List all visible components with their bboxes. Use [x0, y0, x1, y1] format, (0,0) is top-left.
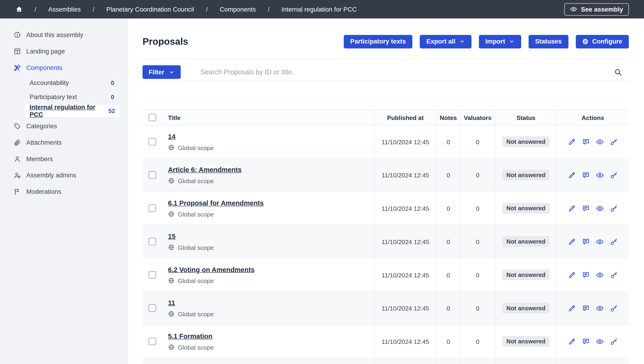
preview-icon[interactable]: [596, 338, 604, 346]
published-at-cell: 11/10/2024 12:45: [374, 192, 436, 225]
row-checkbox[interactable]: [148, 338, 156, 345]
globe-icon: [168, 177, 174, 184]
import-button[interactable]: Import: [479, 35, 521, 48]
proposal-title-link[interactable]: Article 6: Amendments: [168, 166, 242, 174]
table-header: Title Published at Notes Valuators Statu…: [142, 110, 629, 125]
sidebar-item-assembly-admins[interactable]: Assembly admins: [0, 167, 128, 184]
preview-icon[interactable]: [596, 138, 604, 146]
permissions-icon[interactable]: [610, 171, 618, 179]
breadcrumb-assemblies[interactable]: Assemblies: [48, 6, 81, 13]
search-icon[interactable]: [614, 68, 622, 76]
see-assembly-label: See assembly: [581, 6, 623, 13]
edit-icon[interactable]: [568, 271, 576, 279]
sidebar-subitem-label: Accountability: [30, 79, 69, 86]
chevron-down-icon: [509, 39, 514, 44]
sidebar-item-categories[interactable]: Categories: [0, 118, 128, 134]
table-row: 6.2 Voting on Amendments Global scope 11…: [142, 258, 629, 292]
row-checkbox[interactable]: [148, 271, 156, 278]
statuses-button[interactable]: Statuses: [528, 35, 568, 48]
preview-icon[interactable]: [596, 204, 604, 212]
participatory-texts-button[interactable]: Participatory texts: [344, 35, 412, 48]
actions-cell: [556, 325, 629, 358]
tools-icon: [14, 64, 21, 72]
answer-icon[interactable]: [582, 238, 590, 246]
scope-label: Global scope: [178, 144, 214, 151]
table-row: 5.1 Formation Global scope 11/10/2024 12…: [142, 325, 629, 358]
proposal-title-link[interactable]: 14: [168, 132, 176, 140]
permissions-icon[interactable]: [610, 304, 618, 312]
preview-icon[interactable]: [596, 171, 604, 179]
sidebar-subitem-participatory-text[interactable]: Participatory text 0: [0, 90, 128, 104]
status-cell: Not answered: [495, 125, 556, 158]
scope: Global scope: [168, 310, 374, 317]
header-published-at: Published at: [374, 110, 436, 125]
valuators-cell: 0: [460, 158, 495, 192]
actions-cell: [556, 358, 629, 364]
table-row: Article 6: Amendments Global scope 11/10…: [142, 158, 629, 192]
see-assembly-button[interactable]: See assembly: [564, 3, 629, 15]
permissions-icon[interactable]: [610, 271, 618, 279]
sidebar-item-landing-page[interactable]: Landing page: [0, 43, 128, 60]
scope-label: Global scope: [178, 277, 214, 284]
sidebar-item-members[interactable]: Members: [0, 151, 128, 167]
permissions-icon[interactable]: [610, 138, 618, 146]
proposals-table: Title Published at Notes Valuators Statu…: [142, 110, 629, 364]
preview-icon[interactable]: [596, 238, 604, 246]
breadcrumb-assembly-name[interactable]: Planetary Coordination Council: [106, 6, 194, 13]
proposal-title-link[interactable]: 15: [168, 232, 176, 240]
breadcrumb-components[interactable]: Components: [220, 6, 256, 13]
sidebar-item-label: Assembly admins: [26, 172, 76, 179]
sidebar-subitem-accountability[interactable]: Accountability 0: [0, 76, 128, 90]
row-checkbox[interactable]: [148, 205, 156, 212]
select-all-checkbox[interactable]: [148, 114, 156, 121]
home-icon[interactable]: [16, 6, 22, 13]
edit-icon[interactable]: [568, 138, 576, 146]
filter-button[interactable]: Filter: [142, 65, 181, 79]
row-checkbox[interactable]: [148, 171, 156, 179]
edit-icon[interactable]: [568, 204, 576, 212]
answer-icon[interactable]: [582, 304, 590, 312]
button-label: Statuses: [535, 38, 562, 45]
search-input[interactable]: [200, 68, 614, 76]
notes-cell: 0: [436, 258, 460, 291]
edit-icon[interactable]: [568, 338, 576, 346]
proposal-title-link[interactable]: 11: [168, 299, 175, 307]
sidebar-item-label: Members: [26, 155, 53, 163]
status-badge: Not answered: [502, 236, 550, 247]
edit-icon[interactable]: [568, 304, 576, 312]
proposal-title-link[interactable]: 5.1 Formation: [168, 332, 212, 340]
preview-icon[interactable]: [596, 271, 604, 279]
edit-icon[interactable]: [568, 171, 576, 179]
proposal-title-link[interactable]: 6.1 Proposal for Amendments: [168, 199, 264, 207]
sidebar-item-label: Landing page: [26, 48, 65, 55]
sidebar-item-about[interactable]: About this assembly: [0, 27, 128, 43]
sidebar-item-components[interactable]: Components: [0, 60, 128, 76]
sidebar-item-moderations[interactable]: Moderations: [0, 184, 128, 200]
sidebar: About this assembly Landing page Compone…: [0, 18, 128, 364]
configure-button[interactable]: ⚙ Configure: [576, 35, 629, 48]
sidebar-subitem-internal-regulation[interactable]: Internal regulation for PCC 52: [24, 105, 120, 117]
proposal-title-link[interactable]: 6.2 Voting on Amendments: [168, 266, 255, 274]
answer-icon[interactable]: [582, 138, 590, 146]
sidebar-item-attachments[interactable]: Attachments: [0, 134, 128, 151]
header-notes: Notes: [436, 110, 460, 125]
export-all-button[interactable]: Export all: [420, 35, 471, 48]
row-checkbox[interactable]: [148, 238, 156, 245]
answer-icon[interactable]: [582, 271, 590, 279]
breadcrumb-current-component[interactable]: Internal regulation for PCC: [281, 6, 357, 13]
gear-icon: ⚙: [582, 38, 588, 45]
edit-icon[interactable]: [568, 238, 576, 246]
answer-icon[interactable]: [582, 204, 590, 212]
page-title: Proposals: [142, 36, 188, 47]
answer-icon[interactable]: [582, 338, 590, 346]
permissions-icon[interactable]: [610, 204, 618, 212]
actions-cell: [556, 292, 629, 325]
row-checkbox[interactable]: [148, 304, 156, 312]
header-valuators: Valuators: [460, 110, 495, 125]
answer-icon[interactable]: [582, 171, 590, 179]
permissions-icon[interactable]: [610, 238, 618, 246]
row-checkbox[interactable]: [148, 138, 156, 146]
preview-icon[interactable]: [596, 304, 604, 312]
permissions-icon[interactable]: [610, 338, 618, 346]
count-badge: 52: [108, 108, 115, 114]
